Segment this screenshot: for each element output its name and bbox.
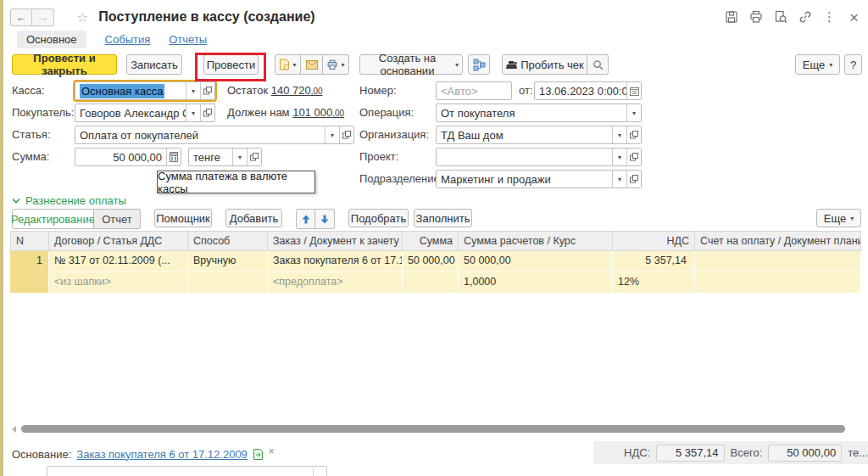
- post-and-close-button[interactable]: Провести и закрыть: [12, 54, 117, 75]
- division-open-button[interactable]: [626, 171, 641, 188]
- favorite-star-icon[interactable]: ☆: [76, 9, 88, 25]
- scrollbar-thumb[interactable]: [21, 425, 845, 433]
- article-open-button[interactable]: [339, 126, 353, 143]
- project-dropdown-button[interactable]: ▾: [612, 148, 626, 165]
- kassa-field[interactable]: Основная касса ▾: [75, 81, 215, 100]
- column-header-n[interactable]: N: [10, 232, 49, 250]
- division-dropdown-button[interactable]: ▾: [612, 171, 626, 188]
- sum-field[interactable]: 50 000,00: [75, 148, 181, 166]
- column-header-settlement[interactable]: Сумма расчетов / Курс: [459, 232, 613, 250]
- more-actions-button[interactable]: Еще▾: [795, 54, 840, 75]
- cell-method[interactable]: Вручную: [188, 251, 267, 272]
- buyer-debt-info: Должен нам 101 000,00: [227, 104, 344, 122]
- print-check-label: Пробить чек: [520, 59, 584, 71]
- print-check-button[interactable]: Пробить чек: [502, 54, 587, 75]
- move-down-button[interactable]: [315, 209, 335, 229]
- cell-sum[interactable]: 50 000,00: [403, 251, 458, 272]
- currency-field[interactable]: тенге ▾: [188, 148, 262, 166]
- column-header-sum[interactable]: Сумма: [403, 232, 459, 250]
- forward-button[interactable]: →: [32, 8, 54, 26]
- help-button[interactable]: ?: [844, 54, 862, 75]
- column-header-vat[interactable]: НДС: [613, 232, 695, 250]
- cell-settlement[interactable]: 50 000,00: [459, 251, 612, 272]
- pick-button[interactable]: Подобрать: [348, 209, 409, 227]
- cell-order-sub[interactable]: <предоплата>: [268, 272, 402, 294]
- scroll-left-arrow-icon[interactable]: [12, 426, 16, 433]
- article-field[interactable]: Оплата от покупателей ▾: [75, 126, 354, 144]
- comment-field-button[interactable]: [313, 467, 326, 476]
- add-row-button[interactable]: Добавить: [225, 209, 282, 227]
- post-button[interactable]: Провести: [203, 54, 259, 75]
- create-based-on-button[interactable]: Создать на основании▾: [359, 54, 463, 75]
- link-icon[interactable]: [798, 10, 812, 25]
- cell-invoice-sub[interactable]: [695, 272, 860, 294]
- project-field[interactable]: ▾: [436, 148, 642, 166]
- send-email-button[interactable]: [301, 54, 323, 75]
- operation-field[interactable]: От покупателя ▾: [436, 104, 642, 122]
- cell-invoice[interactable]: [695, 251, 860, 272]
- date-calendar-button[interactable]: [626, 82, 641, 99]
- project-open-button[interactable]: [626, 148, 641, 165]
- create-document-button[interactable]: ▾: [275, 54, 301, 75]
- tab-main[interactable]: Основное: [17, 31, 86, 48]
- cell-vat-rate[interactable]: 12%: [613, 272, 694, 294]
- table-more-button[interactable]: Еще▾: [816, 209, 861, 227]
- back-button[interactable]: ←: [10, 8, 32, 26]
- basis-clear-icon[interactable]: ×: [269, 445, 275, 457]
- buyer-open-button[interactable]: [200, 104, 214, 121]
- article-dropdown-button[interactable]: ▾: [325, 126, 339, 143]
- comment-field[interactable]: [47, 466, 327, 476]
- print-menu-button[interactable]: ▾: [323, 54, 349, 75]
- column-header-method[interactable]: Способ: [188, 232, 268, 250]
- cell-rate[interactable]: 1,0000: [459, 272, 612, 294]
- basis-link[interactable]: Заказ покупателя 6 от 17.12.2009: [76, 448, 248, 461]
- write-button[interactable]: Записать: [126, 54, 182, 75]
- operation-dropdown-button[interactable]: ▾: [626, 104, 641, 121]
- organization-dropdown-button[interactable]: ▾: [612, 126, 626, 143]
- buyer-field[interactable]: Говоров Александр Сергееви ▾: [75, 104, 215, 122]
- print-icon[interactable]: [748, 10, 763, 25]
- basis-document-icon[interactable]: [253, 449, 264, 460]
- cell-method-sub[interactable]: [188, 272, 267, 294]
- organization-field[interactable]: ТД Ваш дом ▾: [436, 126, 642, 144]
- more-menu-icon[interactable]: ⋮: [822, 10, 837, 25]
- currency-open-button[interactable]: [247, 148, 261, 165]
- cell-order[interactable]: Заказ покупателя 6 от 17.12.2009: [268, 251, 402, 272]
- cell-contract-sub[interactable]: <из шапки>: [49, 272, 187, 294]
- close-icon[interactable]: ×: [847, 10, 861, 25]
- kassa-dropdown-button[interactable]: ▾: [186, 82, 200, 99]
- check-search-button[interactable]: [587, 54, 609, 75]
- cell-row-number[interactable]: 1: [10, 251, 48, 294]
- kassa-open-button[interactable]: [200, 82, 214, 99]
- organization-open-button[interactable]: [626, 126, 641, 143]
- debt-link[interactable]: 101 000,00: [292, 106, 344, 119]
- table-row[interactable]: 1 № 317 от 02.11.2009 (... <из шапки> Вр…: [10, 251, 861, 294]
- debt-label: Должен нам: [227, 106, 290, 119]
- report-mode-button[interactable]: Отчет: [94, 209, 141, 229]
- sum-calculator-button[interactable]: [166, 148, 181, 165]
- currency-dropdown-button[interactable]: ▾: [232, 148, 247, 165]
- dropdown-caret-icon: ▾: [331, 132, 334, 139]
- cell-vat[interactable]: 5 357,14: [613, 251, 694, 272]
- date-field[interactable]: 13.06.2023 0:00:00: [534, 81, 642, 100]
- save-icon[interactable]: [724, 10, 738, 25]
- edit-mode-button[interactable]: Редактирование: [12, 209, 94, 229]
- column-header-invoice[interactable]: Счет на оплату / Документ планирова: [695, 232, 861, 250]
- column-header-order[interactable]: Заказ / Документ к зачету: [268, 232, 403, 250]
- payment-section-toggle[interactable]: Разнесение оплаты: [12, 194, 126, 207]
- number-field[interactable]: <Авто>: [436, 81, 512, 100]
- division-field[interactable]: Маркетинг и продажи ▾: [436, 170, 642, 188]
- preview-icon[interactable]: [773, 10, 787, 25]
- move-up-button[interactable]: [296, 209, 315, 229]
- balance-link[interactable]: 140 720,00: [271, 84, 323, 97]
- assistant-button[interactable]: Помощник: [154, 209, 212, 227]
- fill-button[interactable]: Заполнить: [414, 209, 472, 227]
- cell-sum-sub[interactable]: [403, 272, 458, 294]
- column-header-contract[interactable]: Договор / Статья ДДС: [49, 232, 188, 250]
- cell-contract[interactable]: № 317 от 02.11.2009 (...: [49, 251, 187, 272]
- buyer-dropdown-button[interactable]: ▾: [186, 104, 200, 121]
- document-structure-button[interactable]: [468, 54, 490, 75]
- tab-reports[interactable]: Отчеты: [169, 33, 207, 46]
- horizontal-scrollbar[interactable]: [12, 424, 860, 434]
- tab-events[interactable]: События: [105, 33, 151, 46]
